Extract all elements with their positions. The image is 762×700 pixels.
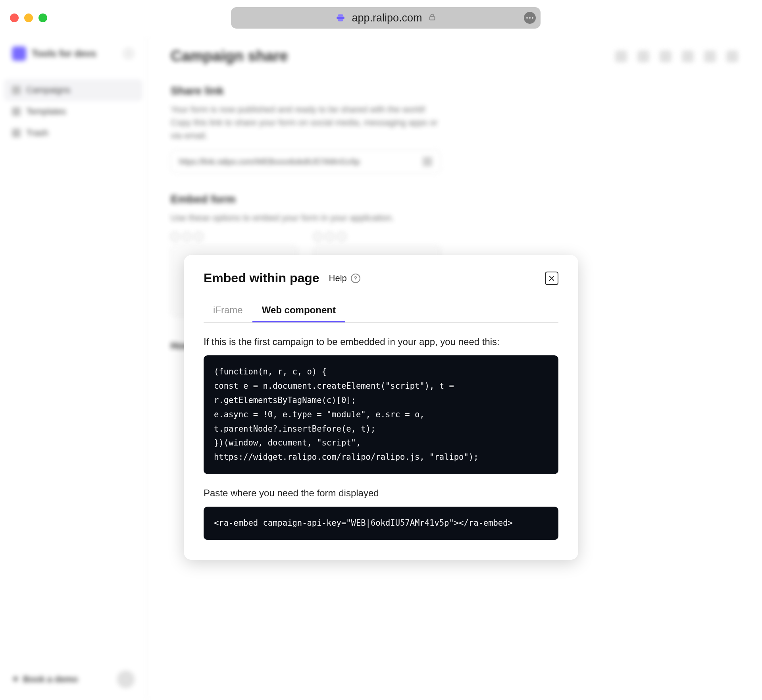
action-icon[interactable] [660, 50, 672, 62]
share-link-field[interactable]: https://link.ralipo.com/WEBxxxx6okdIU57A… [171, 150, 441, 173]
sidebar-item-label: Templates [26, 106, 66, 117]
user-avatar[interactable] [117, 671, 135, 688]
campaigns-icon [12, 86, 21, 94]
embed-form-desc: Use these options to embed your form in … [171, 211, 441, 224]
browser-more-button[interactable] [524, 12, 536, 24]
svg-rect-3 [429, 17, 435, 20]
address-url: app.ralipo.com [352, 12, 422, 24]
svg-rect-0 [337, 17, 345, 19]
modal-title: Embed within page [204, 271, 319, 285]
browser-chrome: app.ralipo.com [0, 0, 762, 36]
share-link-title: Share link [171, 85, 441, 97]
tab-iframe[interactable]: iFrame [204, 299, 252, 322]
book-demo-link[interactable]: ✦ Book a demo [12, 674, 78, 685]
embed-form-title: Embed form [171, 193, 441, 206]
brand-name: Tools for devs [32, 48, 96, 59]
share-link-section: Share link Your form is now published an… [171, 85, 441, 173]
sidebar-item-campaigns[interactable]: Campaigns [4, 79, 142, 101]
sidebar-item-label: Campaigns [26, 85, 70, 95]
share-link-desc: Your form is now published and ready to … [171, 103, 441, 142]
brand-logo-icon [12, 46, 26, 61]
modal-tabs: iFrame Web component [204, 299, 558, 323]
templates-icon [12, 107, 21, 116]
embed-modal: Embed within page Help ? iFrame Web comp… [184, 255, 578, 560]
modal-instruction-1: If this is the first campaign to be embe… [204, 336, 558, 347]
page-title: Campaign share [171, 48, 288, 65]
sidebar-item-trash[interactable]: Trash [4, 122, 142, 144]
modal-close-button[interactable] [545, 272, 558, 285]
action-icon[interactable] [682, 50, 694, 62]
svg-rect-1 [338, 14, 343, 16]
window-minimize-icon[interactable] [24, 13, 33, 22]
copy-icon[interactable] [423, 157, 432, 166]
action-icon[interactable] [704, 50, 716, 62]
modal-instruction-2: Paste where you need the form displayed [204, 488, 558, 499]
window-controls [10, 13, 47, 22]
sidebar-item-label: Trash [26, 128, 48, 138]
action-icon[interactable] [637, 50, 649, 62]
workspace-settings-icon[interactable] [123, 48, 135, 60]
window-zoom-icon[interactable] [38, 13, 47, 22]
svg-rect-2 [338, 19, 343, 21]
code-block-embed[interactable]: <ra-embed campaign-api-key="WEB|6okdIU57… [204, 507, 558, 540]
help-icon: ? [351, 274, 360, 283]
address-bar[interactable]: app.ralipo.com [231, 7, 541, 29]
window-close-icon[interactable] [10, 13, 19, 22]
help-link[interactable]: Help ? [329, 273, 360, 283]
site-logo-icon [335, 12, 346, 23]
sidebar: Tools for devs Campaigns Templates [0, 36, 147, 700]
help-label: Help [329, 273, 347, 283]
tab-web-component[interactable]: Web component [252, 299, 345, 322]
trash-icon [12, 129, 21, 137]
action-icon[interactable] [615, 50, 627, 62]
code-block-loader[interactable]: (function(n, r, c, o) { const e = n.docu… [204, 355, 558, 474]
sparkle-icon: ✦ [12, 674, 19, 685]
book-demo-label: Book a demo [23, 674, 78, 685]
action-icon[interactable] [726, 50, 738, 62]
lock-icon [428, 13, 437, 23]
share-link-url: https://link.ralipo.com/WEBxxxx6okdIU57A… [179, 157, 360, 166]
sidebar-item-templates[interactable]: Templates [4, 101, 142, 122]
close-icon [548, 275, 555, 282]
